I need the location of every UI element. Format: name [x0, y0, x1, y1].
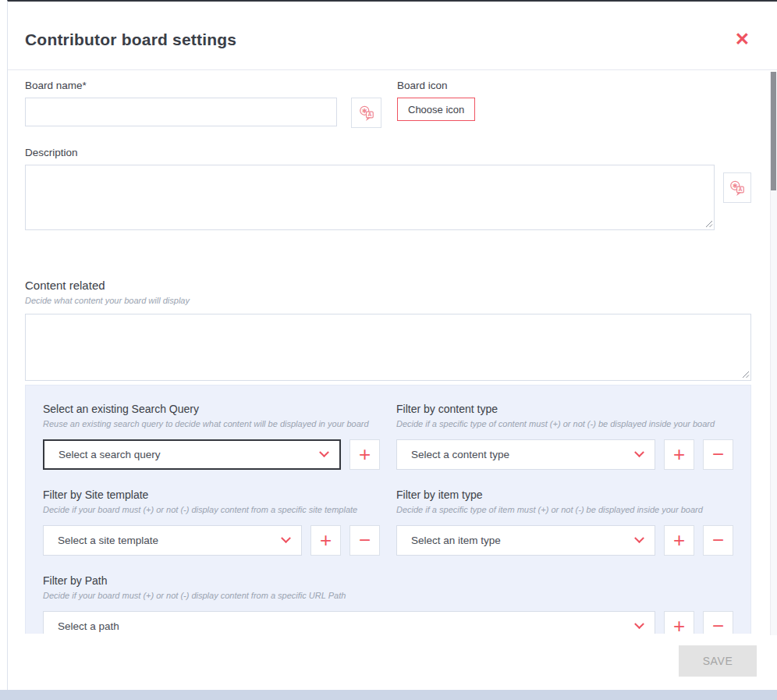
content-type-helper: Decide if a specific type of content mus… — [396, 419, 733, 428]
board-icon-label: Board icon — [397, 80, 475, 91]
svg-text:A: A — [738, 187, 742, 192]
search-query-select[interactable]: Select a search query — [43, 439, 341, 470]
minus-icon: − — [712, 530, 724, 550]
svg-text:A: A — [367, 112, 371, 117]
site-template-select[interactable]: Select a site template — [43, 525, 302, 556]
plus-icon: + — [673, 530, 685, 550]
site-template-helper: Decide if your board must (+) or not (-)… — [43, 505, 380, 514]
add-content-type-button[interactable]: + — [664, 439, 694, 470]
add-search-query-button[interactable]: + — [349, 439, 380, 470]
dialog-footer: SAVE — [8, 634, 777, 690]
chevron-down-icon — [319, 447, 329, 457]
page-bottom-strip — [0, 690, 777, 700]
add-path-button[interactable]: + — [664, 611, 694, 634]
dialog-header: Contributor board settings ✕ — [8, 2, 777, 70]
translate-board-name-button[interactable]: ✱ A — [351, 98, 381, 128]
board-name-input[interactable] — [25, 98, 337, 126]
board-name-row: Board name* ✱ A — [25, 80, 751, 128]
item-type-label: Filter by item type — [396, 489, 733, 501]
scrollbar-thumb[interactable] — [771, 72, 776, 190]
translate-icon: ✱ A — [358, 105, 375, 122]
plus-icon: + — [673, 616, 685, 634]
save-button[interactable]: SAVE — [679, 645, 757, 677]
search-query-select-value: Select a search query — [59, 449, 161, 460]
path-select[interactable]: Select a path — [43, 611, 655, 634]
contributor-board-settings-dialog: Contributor board settings ✕ Board name*… — [7, 0, 777, 690]
content-type-select[interactable]: Select a content type — [396, 439, 655, 470]
item-type-select-value: Select an item type — [411, 535, 501, 546]
scrollbar[interactable] — [770, 72, 777, 635]
page-background: Contributor board settings ✕ Board name*… — [0, 0, 777, 700]
search-query-helper: Reuse an existing search query to decide… — [43, 419, 380, 428]
add-item-type-button[interactable]: + — [664, 525, 694, 556]
dialog-body: Board name* ✱ A — [8, 70, 777, 634]
filter-group-path: Filter by Path Decide if your board must… — [43, 574, 733, 634]
description-label: Description — [25, 147, 751, 158]
remove-site-template-button[interactable]: − — [349, 525, 380, 556]
dialog-title: Contributor board settings — [25, 30, 236, 49]
remove-item-type-button[interactable]: − — [703, 525, 733, 556]
filter-group-site-template: Filter by Site template Decide if your b… — [43, 489, 380, 556]
site-template-select-value: Select a site template — [58, 535, 158, 546]
translate-icon: ✱ A — [729, 179, 746, 197]
path-label: Filter by Path — [43, 574, 733, 587]
description-textarea[interactable] — [25, 165, 715, 230]
path-select-value: Select a path — [58, 620, 119, 632]
filter-group-item-type: Filter by item type Decide if a specific… — [396, 489, 733, 556]
path-helper: Decide if your board must (+) or not (-)… — [43, 591, 733, 600]
filter-group-content-type: Filter by content type Decide if a speci… — [396, 403, 733, 470]
remove-content-type-button[interactable]: − — [703, 439, 733, 470]
site-template-label: Filter by Site template — [43, 489, 380, 501]
minus-icon: − — [712, 616, 724, 634]
content-related-heading: Content related — [25, 279, 751, 292]
translate-description-button[interactable]: ✱ A — [723, 172, 751, 203]
filter-group-search-query: Select an existing Search Query Reuse an… — [43, 403, 380, 470]
content-type-select-value: Select a content type — [411, 449, 509, 460]
content-related-helper: Decide what content your board will disp… — [25, 296, 751, 305]
item-type-select[interactable]: Select an item type — [396, 525, 655, 556]
choose-icon-button[interactable]: Choose icon — [397, 98, 475, 121]
plus-icon: + — [673, 444, 685, 464]
filters-panel: Select an existing Search Query Reuse an… — [25, 385, 751, 634]
minus-icon: − — [359, 530, 371, 550]
chevron-down-icon — [281, 533, 291, 543]
content-type-label: Filter by content type — [396, 403, 733, 415]
chevron-down-icon — [634, 619, 644, 629]
board-name-field: Board name* ✱ A — [25, 80, 381, 128]
add-site-template-button[interactable]: + — [310, 525, 341, 556]
item-type-helper: Decide if a specific type of item must (… — [396, 505, 733, 514]
plus-icon: + — [359, 444, 371, 464]
close-icon[interactable]: ✕ — [733, 29, 751, 50]
minus-icon: − — [712, 444, 724, 464]
chevron-down-icon — [634, 533, 644, 543]
remove-path-button[interactable]: − — [703, 611, 733, 634]
search-query-label: Select an existing Search Query — [43, 403, 380, 415]
content-related-textarea[interactable] — [25, 314, 751, 381]
chevron-down-icon — [634, 447, 644, 457]
description-field: Description ✱ A — [25, 147, 751, 230]
plus-icon: + — [320, 530, 332, 550]
content-related-section: Content related Decide what content your… — [25, 279, 751, 381]
board-name-label: Board name* — [25, 80, 381, 91]
board-icon-field: Board icon Choose icon — [397, 80, 475, 128]
